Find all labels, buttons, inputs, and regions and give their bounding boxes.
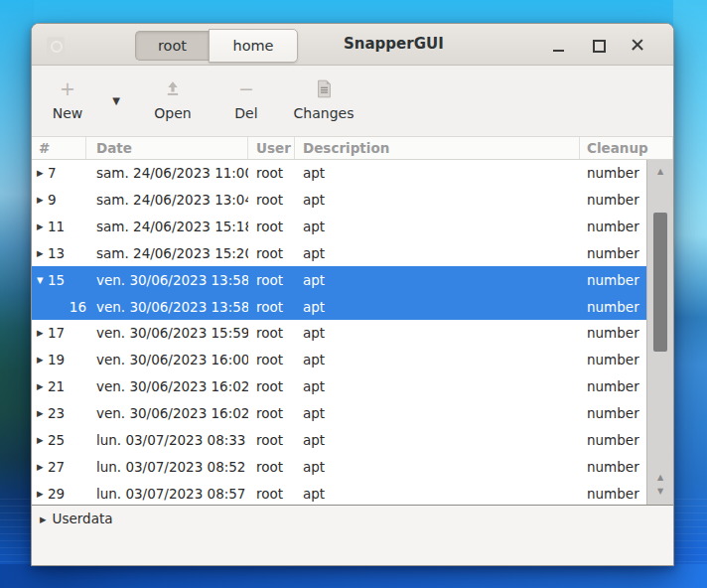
table-row[interactable]: ▼15ven. 30/06/2023 13:58rootaptnumber xyxy=(32,266,673,293)
snapshot-user: root xyxy=(248,486,295,502)
minimize-icon[interactable] xyxy=(548,35,568,55)
window-title: SnapperGUI xyxy=(344,24,444,66)
table-body: ▶7sam. 24/06/2023 11:00rootaptnumber▶9sa… xyxy=(32,160,673,505)
snapshot-date: lun. 03/07/2023 08:33 xyxy=(86,432,248,448)
column-header-date[interactable]: Date xyxy=(86,137,248,159)
scroll-up2-icon[interactable]: ▲ xyxy=(647,473,673,483)
snapshot-description: apt xyxy=(295,432,580,448)
table-row[interactable]: ▶27lun. 03/07/2023 08:52rootaptnumber xyxy=(32,453,673,480)
row-expander-icon[interactable]: ▶ xyxy=(32,435,48,445)
snapshot-number: 11 xyxy=(48,219,86,234)
snapshot-date: sam. 24/06/2023 15:20 xyxy=(86,245,248,261)
row-expander-icon[interactable]: ▶ xyxy=(32,248,48,258)
snapshot-date: lun. 03/07/2023 08:52 xyxy=(86,459,248,475)
close-icon[interactable] xyxy=(628,35,647,55)
snapshot-user: root xyxy=(248,325,295,341)
snapshot-number: 15 xyxy=(48,272,86,288)
row-expander-icon[interactable]: ▶ xyxy=(32,328,48,338)
snapshot-user: root xyxy=(248,165,295,181)
userdata-expander-icon[interactable]: ▶ xyxy=(40,514,47,524)
new-dropdown-button[interactable]: ▼ xyxy=(101,66,131,136)
table-row[interactable]: ▶29lun. 03/07/2023 08:57rootaptnumber xyxy=(32,480,673,505)
snapshot-number: 17 xyxy=(48,325,86,341)
snapshot-user: root xyxy=(248,272,295,288)
tab-root[interactable]: root xyxy=(135,31,209,61)
snapshot-description: apt xyxy=(295,192,580,208)
snapshot-date: ven. 30/06/2023 13:58 xyxy=(86,299,248,315)
snapshot-table: # Date User Description Cleanup ▶7sam. 2… xyxy=(32,137,673,505)
minus-icon: − xyxy=(238,79,254,98)
scrollbar-thumb[interactable] xyxy=(653,213,667,352)
snapshot-description: apt xyxy=(295,486,580,502)
new-button-label: New xyxy=(53,105,83,121)
document-icon xyxy=(316,79,333,98)
table-row[interactable]: ▶21ven. 30/06/2023 16:02rootaptnumber xyxy=(32,373,673,400)
window-controls xyxy=(548,24,647,66)
column-header-description[interactable]: Description xyxy=(295,137,580,159)
open-button[interactable]: Open xyxy=(147,66,199,136)
snapshot-description: apt xyxy=(295,299,580,315)
snapshot-number: 29 xyxy=(48,486,86,502)
snapshot-user: root xyxy=(248,192,295,208)
snapshot-user: root xyxy=(248,405,295,421)
snapshot-description: apt xyxy=(295,165,580,181)
snapshot-number: 25 xyxy=(48,432,86,448)
row-expander-icon[interactable]: ▼ xyxy=(32,275,48,285)
snapshot-date: ven. 30/06/2023 16:02 xyxy=(86,378,248,394)
row-expander-icon[interactable]: ▶ xyxy=(32,489,48,499)
tab-home[interactable]: home xyxy=(209,29,298,63)
table-header: # Date User Description Cleanup xyxy=(32,137,673,160)
snapshot-date: lun. 03/07/2023 08:57 xyxy=(86,486,248,502)
config-tab-group: root home xyxy=(135,29,298,63)
snapshot-user: root xyxy=(248,299,295,315)
wallpaper-bottom-water xyxy=(0,564,707,588)
row-expander-icon[interactable]: ▶ xyxy=(32,221,48,231)
snappergui-window: root home SnapperGUI + New ▼ xyxy=(31,23,674,566)
row-expander-icon[interactable]: ▶ xyxy=(32,408,48,418)
scroll-up-icon[interactable]: ▲ xyxy=(647,167,673,177)
row-expander-icon[interactable]: ▶ xyxy=(32,168,48,178)
snapshot-number: 23 xyxy=(48,405,86,421)
table-row[interactable]: ▶25lun. 03/07/2023 08:33rootaptnumber xyxy=(32,426,673,453)
table-row[interactable]: 16ven. 30/06/2023 13:58rootaptnumber xyxy=(32,293,673,320)
delete-button[interactable]: − Del xyxy=(226,66,266,136)
snapshot-date: sam. 24/06/2023 13:04 xyxy=(86,192,248,208)
snapshot-description: apt xyxy=(295,325,580,341)
row-expander-icon[interactable]: ▶ xyxy=(32,381,48,391)
changes-button[interactable]: Changes xyxy=(288,66,359,136)
snapshot-date: sam. 24/06/2023 15:18 xyxy=(86,219,248,234)
plus-icon: + xyxy=(60,79,75,98)
row-expander-icon[interactable]: ▶ xyxy=(32,462,48,472)
column-header-cleanup[interactable]: Cleanup xyxy=(580,137,673,159)
snapshot-date: ven. 30/06/2023 16:02 xyxy=(86,405,248,421)
table-row[interactable]: ▶11sam. 24/06/2023 15:18rootaptnumber xyxy=(32,214,673,240)
toolbar: + New ▼ Open − Del xyxy=(32,66,673,137)
snapshot-description: apt xyxy=(295,245,580,261)
table-row[interactable]: ▶7sam. 24/06/2023 11:00rootaptnumber xyxy=(32,160,673,187)
row-expander-icon[interactable]: ▶ xyxy=(32,195,48,205)
maximize-icon[interactable] xyxy=(588,35,608,55)
table-row[interactable]: ▶19ven. 30/06/2023 16:00rootaptnumber xyxy=(32,347,673,373)
snapshot-number: 21 xyxy=(48,378,86,394)
titlebar[interactable]: root home SnapperGUI xyxy=(32,24,673,66)
snapshot-number: 13 xyxy=(48,245,86,261)
scroll-down-icon[interactable]: ▼ xyxy=(647,487,673,497)
row-expander-icon[interactable]: ▶ xyxy=(32,355,48,365)
changes-button-label: Changes xyxy=(294,105,354,121)
userdata-label[interactable]: Userdata xyxy=(53,511,113,526)
snapshot-user: root xyxy=(248,219,295,234)
table-row[interactable]: ▶23ven. 30/06/2023 16:02rootaptnumber xyxy=(32,400,673,427)
column-header-number[interactable]: # xyxy=(32,137,86,159)
table-row[interactable]: ▶13sam. 24/06/2023 15:20rootaptnumber xyxy=(32,240,673,267)
table-row[interactable]: ▶9sam. 24/06/2023 13:04rootaptnumber xyxy=(32,187,673,214)
snapshot-number: 27 xyxy=(48,459,86,475)
table-row[interactable]: ▶17ven. 30/06/2023 15:59rootaptnumber xyxy=(32,320,673,347)
dropdown-arrow-icon: ▼ xyxy=(112,95,120,106)
new-button[interactable]: + New xyxy=(44,66,91,136)
vertical-scrollbar[interactable]: ▲ ▲ ▼ xyxy=(646,160,673,505)
snapshot-description: apt xyxy=(295,219,580,234)
snapshot-user: root xyxy=(248,459,295,475)
snapshot-description: apt xyxy=(295,378,580,394)
column-header-user[interactable]: User xyxy=(248,137,295,159)
snapshot-description: apt xyxy=(295,352,580,368)
